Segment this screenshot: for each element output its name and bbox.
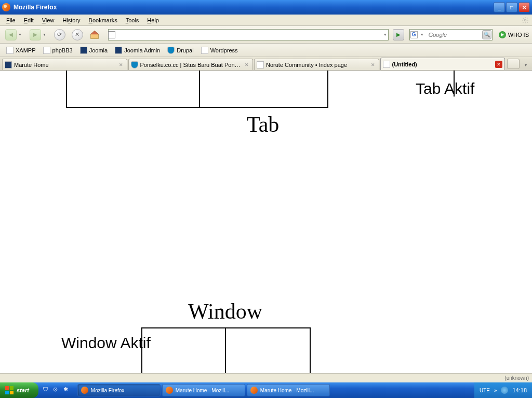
close-button[interactable]: ✕ [518, 2, 530, 12]
annotation-line [141, 327, 311, 328]
close-tab-icon[interactable]: ✕ [243, 61, 250, 68]
annotation-tab: Tab [247, 112, 279, 137]
svg-point-0 [524, 19, 526, 21]
bookmark-xampp[interactable]: XAMPP [3, 46, 39, 55]
status-text: (unknown) [504, 375, 529, 381]
annotation-line [66, 107, 328, 108]
forward-button[interactable]: ►▼ [28, 28, 50, 42]
tray-icon[interactable] [501, 387, 508, 394]
tray-chevron-icon[interactable]: » [494, 388, 497, 393]
home-button[interactable] [87, 28, 102, 42]
window-controls: _ □ ✕ [494, 2, 530, 12]
start-label: start [17, 387, 29, 393]
page-content: Tab Aktif Tab Window Window Aktif [0, 71, 532, 382]
joomla-icon [115, 47, 122, 54]
bookmark-drupal[interactable]: Drupal [164, 46, 196, 55]
minimize-button[interactable]: _ [494, 2, 505, 12]
start-button[interactable]: start [0, 382, 38, 398]
joomla-icon [5, 61, 12, 68]
maximize-button[interactable]: □ [506, 2, 517, 12]
ql-icon[interactable]: ⊙ [53, 386, 61, 394]
close-tab-icon[interactable]: ✕ [117, 61, 125, 68]
annotation-line [225, 327, 226, 373]
menu-help[interactable]: Help [143, 16, 163, 24]
url-input[interactable] [108, 29, 389, 40]
annotation-line [327, 71, 328, 107]
whois-icon: ▶ [499, 31, 506, 38]
task-label: Marute Home - Mozill... [176, 388, 229, 393]
search-engine-selector[interactable]: G ▼ [410, 31, 425, 38]
menubar: File Edit View History Bookmarks Tools H… [0, 15, 532, 26]
joomla-icon [80, 47, 87, 54]
bookmark-wordpress[interactable]: Wordpress [198, 46, 241, 55]
clock[interactable]: 14:18 [512, 387, 527, 393]
bookmark-joomla[interactable]: Joomla [77, 46, 111, 55]
page-icon [108, 31, 115, 38]
ql-icon[interactable]: ✱ [63, 386, 72, 394]
annotation-line [66, 71, 67, 107]
titlebar: Mozilla Firefox _ □ ✕ [0, 0, 532, 15]
firefox-icon [250, 387, 258, 394]
search-box: G ▼ 🔍 [409, 29, 493, 40]
reload-button[interactable]: ⟳ [52, 28, 68, 42]
annotation-window-aktif: Window Aktif [61, 334, 151, 352]
bookmarks-toolbar: XAMPP phpBB3 Joomla Joomla Admin Drupal … [0, 44, 532, 57]
settings-icon[interactable] [521, 16, 530, 25]
google-icon: G [410, 31, 418, 38]
nav-toolbar: ◄▼ ►▼ ⟳ ✕ ▼ ▶ G ▼ 🔍 ▶ WHO IS [0, 26, 532, 44]
annotation-line [199, 71, 200, 107]
firefox-icon [2, 3, 10, 11]
menu-bookmarks[interactable]: Bookmarks [85, 16, 122, 24]
task-label: Marute Home - Mozill... [260, 388, 314, 393]
system-tray: UTE » 14:18 [474, 382, 532, 398]
go-button[interactable]: ▶ [393, 29, 404, 40]
firefox-icon [166, 387, 173, 394]
tab-norute[interactable]: Norute Community • Index page ✕ [254, 59, 379, 70]
firefox-icon [81, 387, 88, 394]
annotation-window: Window [188, 299, 262, 324]
window-title: Mozilla Firefox [14, 4, 57, 11]
annotation-tab-aktif: Tab Aktif [416, 80, 474, 98]
bookmark-phpbb3[interactable]: phpBB3 [40, 46, 76, 55]
taskbar: start 🛡 ⊙ ✱ Mozilla Firefox Marute Home … [0, 382, 532, 398]
close-tab-icon[interactable]: ✕ [495, 61, 502, 68]
windows-logo-icon [5, 386, 14, 394]
page-icon [257, 61, 264, 68]
page-icon [6, 47, 14, 54]
tray-text: UTE [480, 388, 490, 393]
url-dropdown-icon[interactable]: ▼ [383, 33, 387, 36]
url-bar: ▼ [106, 29, 389, 40]
back-button[interactable]: ◄▼ [3, 28, 25, 42]
annotation-line [310, 327, 311, 373]
whois-label: WHO IS [508, 32, 529, 38]
menu-file[interactable]: File [2, 16, 20, 24]
task-label: Mozilla Firefox [91, 388, 124, 393]
search-button[interactable]: 🔍 [482, 30, 491, 39]
list-all-tabs-icon[interactable]: ▼ [522, 60, 530, 70]
new-tab-button[interactable] [507, 59, 520, 69]
menu-tools[interactable]: Tools [122, 16, 143, 24]
menu-edit[interactable]: Edit [20, 16, 38, 24]
tab-label: Marute Home [14, 62, 115, 68]
tab-marute-home[interactable]: Marute Home ✕ [2, 59, 127, 70]
tab-label: (Untitled) [392, 61, 494, 67]
menu-history[interactable]: History [58, 16, 84, 24]
ql-icon[interactable]: 🛡 [43, 386, 51, 394]
stop-button[interactable]: ✕ [70, 28, 85, 42]
quick-launch: 🛡 ⊙ ✱ [38, 386, 76, 394]
task-mozilla-firefox[interactable]: Mozilla Firefox [77, 384, 161, 396]
page-icon [43, 47, 50, 54]
bookmark-joomla-admin[interactable]: Joomla Admin [112, 46, 163, 55]
tab-strip: Marute Home ✕ Ponselku.co.cc | Situs Bar… [0, 57, 532, 71]
close-tab-icon[interactable]: ✕ [369, 61, 377, 68]
page-icon [201, 47, 208, 54]
task-marute-1[interactable]: Marute Home - Mozill... [162, 384, 245, 396]
menu-view[interactable]: View [38, 16, 59, 24]
task-marute-2[interactable]: Marute Home - Mozill... [247, 384, 330, 396]
tab-ponselku[interactable]: Ponselku.co.cc | Situs Baru Buat Pons...… [128, 59, 254, 70]
tab-untitled[interactable]: (Untitled) ✕ [380, 58, 506, 70]
whois-button[interactable]: ▶ WHO IS [499, 31, 529, 38]
drupal-icon [131, 61, 138, 68]
page-icon [383, 61, 390, 68]
tab-label: Ponselku.co.cc | Situs Baru Buat Pons... [140, 62, 242, 68]
